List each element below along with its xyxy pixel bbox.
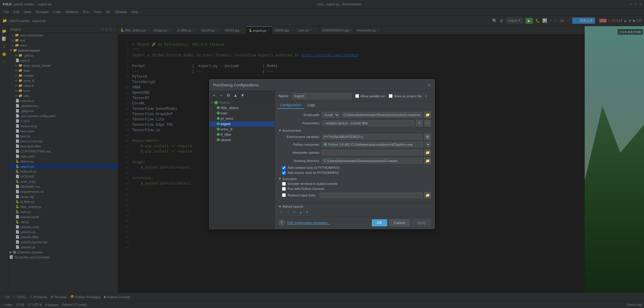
working-dir-input[interactable] bbox=[322, 158, 423, 163]
dialog-tab-logs[interactable]: Logs bbox=[304, 102, 318, 109]
emulate-terminal-label: Emulate terminal in output console bbox=[288, 182, 338, 185]
dialog-left-toolbar: + − ⧉ ▲ ▼ bbox=[210, 91, 275, 100]
env-vars-row: Environment variables: ⊞ bbox=[278, 134, 431, 140]
tab-logs-label: Logs bbox=[307, 103, 315, 107]
allow-parallel-check[interactable] bbox=[355, 94, 359, 98]
script-path-input[interactable] bbox=[341, 112, 423, 118]
redirect-check[interactable] bbox=[282, 193, 286, 197]
before-launch-remove-btn[interactable]: − bbox=[285, 209, 290, 215]
store-as-project-check[interactable] bbox=[389, 94, 393, 98]
name-input[interactable] bbox=[292, 93, 352, 99]
interp-options-browse-btn[interactable]: 📁 bbox=[424, 149, 431, 156]
add-source-roots-row: Add source roots to PYTHONPATH bbox=[278, 171, 431, 175]
py-icon bbox=[217, 128, 220, 131]
add-content-roots-check[interactable] bbox=[282, 166, 286, 170]
python-green-dot bbox=[324, 143, 327, 146]
ok-button[interactable]: OK bbox=[372, 219, 387, 226]
dlg-tree-tf-tflite[interactable]: tf_tflite bbox=[210, 132, 275, 137]
script-path-browse-btn[interactable]: 📁 bbox=[424, 112, 431, 118]
dialog-titlebar: Run/Debug Configurations × bbox=[210, 80, 434, 91]
add-content-roots-label: Add content roots to PYTHONPATH bbox=[288, 166, 339, 169]
before-launch-add-btn[interactable]: + bbox=[278, 209, 284, 215]
section-arrow: ▼ bbox=[211, 101, 214, 104]
allow-parallel-checkbox[interactable]: Allow parallel run bbox=[355, 94, 385, 98]
exec-arrow-icon: ▼ bbox=[278, 177, 281, 180]
dlg-move-down-btn[interactable]: ▼ bbox=[239, 92, 246, 99]
interp-options-input[interactable] bbox=[322, 150, 423, 155]
dialog-config-tree: ▼ Python tflite_detect train pt_onnx ex bbox=[210, 100, 275, 229]
cancel-button[interactable]: Cancel bbox=[389, 219, 410, 226]
dlg-move-up-btn[interactable]: ▲ bbox=[232, 92, 239, 99]
env-vars-input[interactable] bbox=[322, 134, 423, 139]
redirect-browse-btn[interactable]: 📁 bbox=[424, 192, 431, 199]
dialog-help-btn[interactable]: ? bbox=[278, 220, 285, 226]
dialog-right-panel: Name: Allow parallel run Store as projec… bbox=[275, 91, 434, 229]
before-launch-edit-btn[interactable]: ✎ bbox=[291, 209, 297, 215]
dialog-footer: ? Edit configuration templates... OK Can… bbox=[275, 217, 434, 229]
apply-button[interactable]: Apply bbox=[412, 219, 431, 226]
working-dir-label: Working directory: bbox=[278, 159, 320, 163]
env-vars-browse-btn[interactable]: ⊞ bbox=[424, 134, 431, 140]
store-as-project-checkbox[interactable]: Store as project file bbox=[389, 94, 422, 98]
dlg-copy-btn[interactable]: ⧉ bbox=[225, 92, 232, 99]
working-dir-row: Working directory: 📁 bbox=[278, 158, 431, 164]
working-dir-browse-btn[interactable]: 📁 bbox=[424, 158, 431, 164]
before-launch-toolbar: + − ✎ ▲ ▼ bbox=[278, 209, 431, 215]
execution-label: Execution bbox=[283, 177, 297, 181]
dialog-body: + − ⧉ ▲ ▼ ▼ Python tflite_detect bbox=[210, 91, 434, 229]
dlg-tree-train[interactable]: train bbox=[210, 111, 275, 116]
python-section-icon bbox=[214, 101, 218, 104]
dialog-config-content: Script path: Script 📁 Parameters: + − bbox=[275, 109, 434, 203]
run-python-console-label: Run with Python Console bbox=[288, 187, 324, 190]
script-path-row: Script path: Script 📁 bbox=[278, 112, 431, 118]
edit-templates-link[interactable]: Edit configuration templates... bbox=[287, 221, 330, 225]
dlg-tree-onnx-tf[interactable]: onnx_tf bbox=[210, 127, 275, 132]
parameters-label: Parameters: bbox=[278, 121, 320, 125]
allow-parallel-label: Allow parallel run bbox=[360, 94, 385, 98]
environment-section[interactable]: ▼ Environment bbox=[278, 129, 431, 132]
before-launch-down-btn[interactable]: ▼ bbox=[305, 209, 310, 215]
environment-label: Environment bbox=[283, 129, 301, 132]
env-arrow-icon: ▼ bbox=[278, 129, 281, 132]
parameters-row: Parameters: + − bbox=[278, 120, 431, 126]
python-interp-label: Python interpreter: bbox=[278, 143, 320, 146]
py-icon bbox=[217, 138, 220, 141]
python-interp-select[interactable] bbox=[425, 142, 431, 147]
emulate-terminal-check[interactable] bbox=[282, 182, 286, 186]
dlg-tree-aitools[interactable]: aitools bbox=[210, 137, 275, 143]
dlg-tree-python-section[interactable]: ▼ Python bbox=[210, 100, 275, 105]
py-icon bbox=[217, 117, 220, 120]
dlg-tree-pt-onnx[interactable]: pt_onnx bbox=[210, 116, 275, 121]
before-launch-section: ▼ Before launch: + − ✎ ▲ ▼ bbox=[275, 203, 434, 217]
params-remove-btn[interactable]: − bbox=[424, 120, 431, 126]
script-type-select[interactable]: Script bbox=[322, 112, 339, 118]
dlg-add-btn[interactable]: + bbox=[211, 92, 217, 99]
dlg-remove-btn[interactable]: − bbox=[218, 92, 224, 99]
run-debug-config-dialog: Run/Debug Configurations × + − ⧉ ▲ ▼ ▼ bbox=[209, 79, 435, 229]
params-add-btn[interactable]: + bbox=[416, 120, 423, 126]
dialog-right-header: Name: Allow parallel run Store as projec… bbox=[275, 91, 434, 102]
python-interp-display: Python 3.8 (tf2) C:\Software\anaconda\en… bbox=[322, 142, 423, 147]
dlg-tree-tflite-detect[interactable]: tflite_detect bbox=[210, 105, 275, 111]
tab-config-label: Configuration bbox=[280, 103, 301, 107]
before-launch-up-btn[interactable]: ▲ bbox=[298, 209, 303, 215]
add-source-roots-check[interactable] bbox=[282, 171, 286, 175]
redirect-label: Redirect input from: bbox=[288, 193, 316, 197]
interp-options-label: Interpreter options: bbox=[278, 151, 320, 154]
redirect-input[interactable] bbox=[320, 193, 423, 198]
name-label: Name: bbox=[278, 94, 289, 98]
before-launch-label: Before launch: bbox=[283, 205, 304, 208]
python-interp-value: Python 3.8 (tf2) C:\Software\anaconda\en… bbox=[328, 143, 413, 146]
dialog-buttons: OK Cancel Apply bbox=[372, 219, 431, 226]
parameters-input[interactable] bbox=[322, 120, 414, 126]
execution-section[interactable]: ▼ Execution bbox=[278, 177, 431, 181]
dialog-tab-configuration[interactable]: Configuration bbox=[277, 102, 304, 109]
dialog-tabs-bar: Configuration Logs bbox=[275, 102, 434, 109]
python-interp-row: Python interpreter: Python 3.8 (tf2) C:\… bbox=[278, 142, 431, 147]
py-icon bbox=[217, 106, 220, 109]
run-python-console-check[interactable] bbox=[282, 187, 286, 191]
info-icon: ℹ bbox=[425, 94, 427, 98]
dlg-tree-export[interactable]: export bbox=[210, 121, 275, 127]
before-launch-header: ▼ Before launch: bbox=[278, 205, 431, 208]
dialog-close-btn[interactable]: × bbox=[428, 82, 431, 88]
